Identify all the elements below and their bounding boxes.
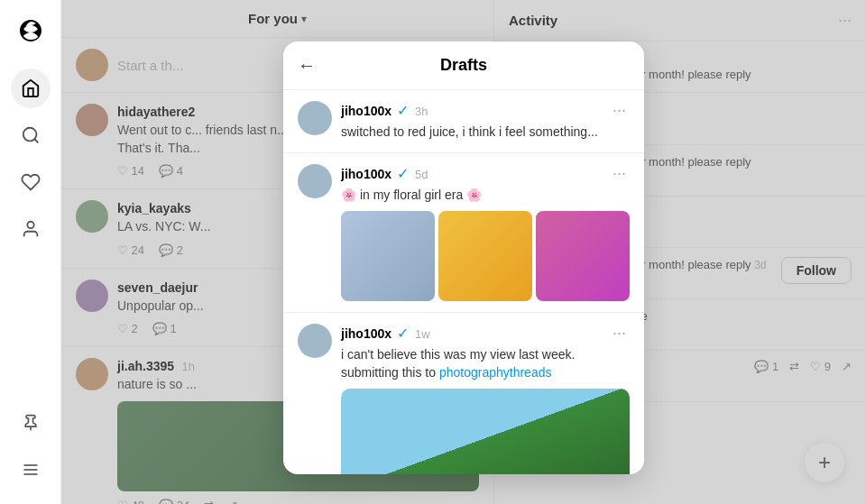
svg-point-2 — [27, 222, 33, 228]
draft-link[interactable]: photographythreads — [439, 365, 552, 380]
draft-username[interactable]: jiho100x — [341, 104, 392, 118]
draft-avatar — [298, 324, 332, 358]
draft-more-icon[interactable]: ··· — [609, 324, 630, 343]
draft-text: 🌸 in my floral girl era 🌸 — [341, 187, 630, 205]
draft-more-icon[interactable]: ··· — [609, 164, 630, 183]
verified-icon: ✓ — [397, 166, 409, 181]
drafts-modal: ← Drafts jiho100x ✓ 3h ··· switched to r… — [283, 41, 644, 474]
search-nav-item[interactable] — [11, 115, 51, 155]
draft-avatar — [298, 164, 332, 198]
draft-images — [341, 211, 630, 301]
draft-text: switched to red juice, i think i feel so… — [341, 124, 630, 142]
svg-line-1 — [34, 139, 38, 142]
draft-avatar — [298, 101, 332, 135]
draft-username[interactable]: jiho100x — [341, 167, 392, 181]
draft-image-3 — [536, 211, 630, 301]
draft-header-row: jiho100x ✓ 3h ··· — [341, 101, 630, 120]
draft-header-row: jiho100x ✓ 1w ··· — [341, 324, 630, 343]
draft-header-row: jiho100x ✓ 5d ··· — [341, 164, 630, 183]
draft-item[interactable]: jiho100x ✓ 1w ··· i can't believe this w… — [283, 313, 644, 474]
draft-item[interactable]: jiho100x ✓ 3h ··· switched to red juice,… — [283, 90, 644, 153]
draft-landscape-image — [341, 389, 630, 474]
draft-image-1 — [341, 211, 435, 301]
draft-item[interactable]: jiho100x ✓ 5d ··· 🌸 in my floral girl er… — [283, 153, 644, 314]
draft-username[interactable]: jiho100x — [341, 326, 392, 341]
draft-time: 3h — [415, 105, 428, 118]
modal-overlay: ← Drafts jiho100x ✓ 3h ··· switched to r… — [61, 0, 866, 504]
app-logo — [14, 14, 47, 47]
draft-more-icon[interactable]: ··· — [609, 101, 630, 120]
verified-icon: ✓ — [397, 325, 409, 341]
modal-header: ← Drafts — [283, 41, 644, 90]
draft-content: jiho100x ✓ 5d ··· 🌸 in my floral girl er… — [341, 164, 630, 302]
profile-nav-item[interactable] — [11, 209, 51, 249]
modal-title: Drafts — [440, 56, 487, 75]
activity-nav-item[interactable] — [11, 162, 51, 202]
home-nav-item[interactable] — [11, 69, 51, 108]
draft-time: 5d — [415, 168, 428, 181]
verified-icon: ✓ — [397, 103, 409, 118]
modal-back-button[interactable]: ← — [298, 55, 316, 76]
menu-nav-item[interactable] — [11, 450, 51, 490]
svg-point-0 — [23, 128, 36, 142]
sidebar-bottom — [11, 403, 51, 490]
sidebar — [0, 0, 61, 504]
draft-content: jiho100x ✓ 3h ··· switched to red juice,… — [341, 101, 630, 142]
draft-image-2 — [438, 211, 532, 301]
draft-text: i can't believe this was my view last we… — [341, 346, 630, 381]
pin-nav-item[interactable] — [11, 403, 51, 443]
draft-time: 1w — [415, 327, 430, 341]
draft-content: jiho100x ✓ 1w ··· i can't believe this w… — [341, 324, 630, 474]
